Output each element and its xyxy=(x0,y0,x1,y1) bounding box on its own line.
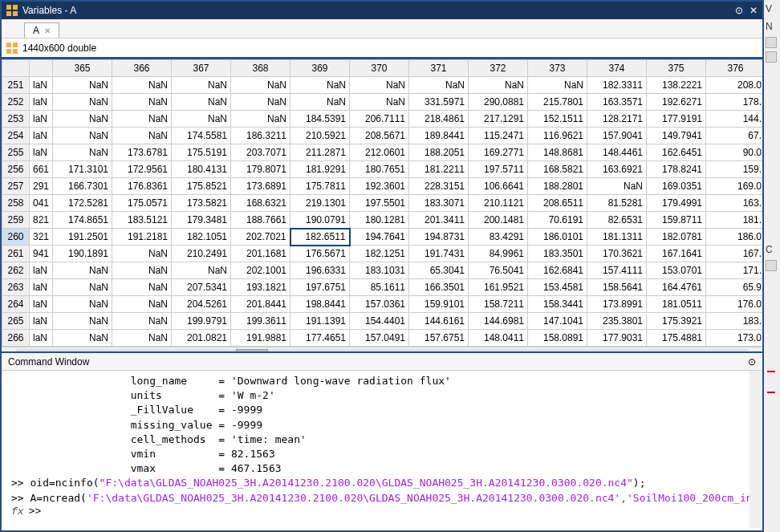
table-cell[interactable]: 199.3611 xyxy=(231,313,290,330)
table-cell[interactable]: 138.2221 xyxy=(647,77,706,94)
table-cell[interactable]: 181.1311 xyxy=(587,229,647,246)
minimize-icon[interactable]: ⊙ xyxy=(735,5,743,16)
panel-shortcut-v[interactable]: V xyxy=(764,0,780,18)
table-cell[interactable]: 175.3921 xyxy=(647,313,706,330)
table-cell[interactable]: NaN xyxy=(172,111,231,128)
table-cell[interactable]: 199.9791 xyxy=(172,313,231,330)
table-cell[interactable]: 193.1821 xyxy=(231,279,290,296)
table-cell-fragment[interactable]: 941 xyxy=(30,246,53,262)
row-header[interactable]: 260 xyxy=(2,229,30,246)
table-cell[interactable]: 171. xyxy=(706,262,762,279)
table-cell-fragment[interactable]: 321 xyxy=(30,229,53,246)
table-cell[interactable]: 157.0491 xyxy=(350,330,409,347)
table-cell[interactable]: 168.6321 xyxy=(231,195,290,212)
table-cell[interactable]: NaN xyxy=(290,94,350,111)
table-cell[interactable]: NaN xyxy=(350,94,409,111)
table-cell[interactable]: 182.3311 xyxy=(587,77,647,94)
table-cell[interactable]: 212.0601 xyxy=(350,144,409,161)
table-cell[interactable]: 157.0361 xyxy=(350,296,409,313)
table-cell[interactable]: 190.1891 xyxy=(53,246,112,262)
table-cell[interactable]: NaN xyxy=(53,262,112,279)
table-cell[interactable]: 228.3151 xyxy=(409,178,469,195)
panel-shortcut-c[interactable]: C xyxy=(764,241,780,258)
table-cell-fragment[interactable]: laN xyxy=(30,262,53,279)
table-cell[interactable]: NaN xyxy=(469,77,528,94)
table-cell[interactable]: 144.6981 xyxy=(469,313,528,330)
table-cell[interactable]: 200.1481 xyxy=(469,212,528,229)
table-cell[interactable]: 175.4881 xyxy=(647,330,706,347)
table-cell[interactable]: 166.7301 xyxy=(53,178,112,195)
col-header[interactable]: 375 xyxy=(647,60,706,77)
table-cell[interactable]: 178.8241 xyxy=(647,161,706,178)
table-cell[interactable]: 188.2801 xyxy=(528,178,587,195)
table-cell[interactable]: 90.0 xyxy=(706,144,762,161)
table-cell[interactable]: NaN xyxy=(53,330,112,347)
table-cell[interactable]: 154.4401 xyxy=(350,313,409,330)
row-header[interactable]: 256 xyxy=(2,161,30,178)
table-cell[interactable]: 192.6271 xyxy=(647,94,706,111)
table-cell-fragment[interactable]: laN xyxy=(30,144,53,161)
table-cell[interactable]: NaN xyxy=(53,144,112,161)
table-cell[interactable]: 179.8071 xyxy=(231,161,290,178)
table-cell[interactable]: 175.5191 xyxy=(172,144,231,161)
table-cell[interactable]: NaN xyxy=(53,111,112,128)
table-cell[interactable]: 144. xyxy=(706,111,762,128)
table-cell[interactable]: NaN xyxy=(112,128,172,144)
table-cell[interactable]: 144.6161 xyxy=(409,313,469,330)
table-cell[interactable]: 173.6891 xyxy=(231,178,290,195)
table-cell[interactable]: NaN xyxy=(53,128,112,144)
table-cell[interactable]: 218.4861 xyxy=(409,111,469,128)
tab-close-icon[interactable]: ✕ xyxy=(44,26,51,35)
table-cell-fragment[interactable]: laN xyxy=(30,128,53,144)
table-cell[interactable]: 208.5671 xyxy=(350,128,409,144)
table-cell[interactable]: 82.6531 xyxy=(587,212,647,229)
table-cell[interactable]: 172.9561 xyxy=(112,161,172,178)
col-header[interactable]: 374 xyxy=(587,60,647,77)
table-cell[interactable]: 191.9881 xyxy=(231,330,290,347)
table-cell[interactable]: 183.5121 xyxy=(112,212,172,229)
table-cell[interactable]: NaN xyxy=(112,262,172,279)
table-cell[interactable]: NaN xyxy=(290,77,350,94)
table-cell[interactable]: 235.3801 xyxy=(587,313,647,330)
table-cell[interactable]: 166.3501 xyxy=(409,279,469,296)
table-cell[interactable]: NaN xyxy=(112,94,172,111)
panel-icon-1[interactable] xyxy=(766,37,777,48)
table-cell[interactable]: NaN xyxy=(350,77,409,94)
table-cell[interactable]: 181. xyxy=(706,212,762,229)
table-cell[interactable]: 210.2491 xyxy=(172,246,231,262)
row-header[interactable]: 253 xyxy=(2,111,30,128)
table-cell[interactable]: 206.7111 xyxy=(350,111,409,128)
table-cell-fragment[interactable]: laN xyxy=(30,330,53,347)
table-cell[interactable]: 176.5671 xyxy=(290,246,350,262)
table-cell[interactable]: 202.1001 xyxy=(231,262,290,279)
table-cell[interactable]: 83.4291 xyxy=(469,229,528,246)
col-header[interactable]: 376 xyxy=(706,60,762,77)
table-cell[interactable]: 180.7651 xyxy=(350,161,409,178)
table-cell[interactable]: 163. xyxy=(706,195,762,212)
table-cell[interactable]: 190.0791 xyxy=(290,212,350,229)
command-window-collapse-icon[interactable]: ⊙ xyxy=(748,356,756,368)
table-cell[interactable]: 148.8681 xyxy=(528,144,587,161)
table-cell[interactable]: 128.2171 xyxy=(587,111,647,128)
table-cell[interactable]: 197.5711 xyxy=(469,161,528,178)
table-cell[interactable]: 76.5041 xyxy=(469,262,528,279)
table-cell[interactable]: 169.0351 xyxy=(647,178,706,195)
col-header[interactable]: 369 xyxy=(290,60,350,77)
table-cell[interactable]: 290.0881 xyxy=(469,94,528,111)
row-header[interactable]: 254 xyxy=(2,128,30,144)
table-cell[interactable]: 184.5391 xyxy=(290,111,350,128)
table-cell[interactable]: 173.0 xyxy=(706,330,762,347)
table-cell[interactable]: 162.6451 xyxy=(647,144,706,161)
table-cell[interactable]: NaN xyxy=(112,330,172,347)
table-cell[interactable]: 183. xyxy=(706,313,762,330)
table-cell[interactable]: 182.6511 xyxy=(290,229,350,246)
table-cell-fragment[interactable]: laN xyxy=(30,279,53,296)
table-cell[interactable]: 183.3501 xyxy=(528,246,587,262)
table-cell[interactable]: 149.7941 xyxy=(647,128,706,144)
table-cell[interactable]: 152.1511 xyxy=(528,111,587,128)
table-cell[interactable]: 158.0891 xyxy=(528,330,587,347)
table-cell[interactable]: NaN xyxy=(172,94,231,111)
table-cell[interactable]: 65.9 xyxy=(706,279,762,296)
command-vscroll[interactable] xyxy=(750,371,762,528)
table-cell[interactable]: 147.1041 xyxy=(528,313,587,330)
